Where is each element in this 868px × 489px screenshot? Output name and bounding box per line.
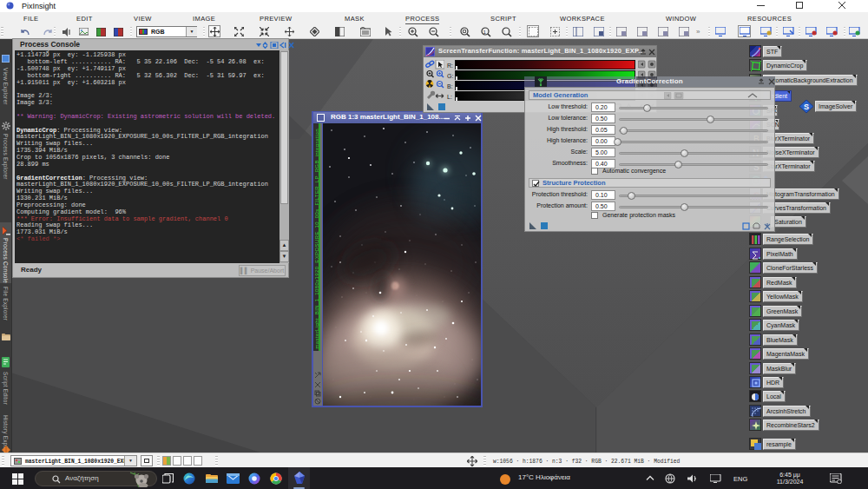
svg-text:S: S [804,102,809,111]
svg-text:1: 1 [483,30,487,35]
